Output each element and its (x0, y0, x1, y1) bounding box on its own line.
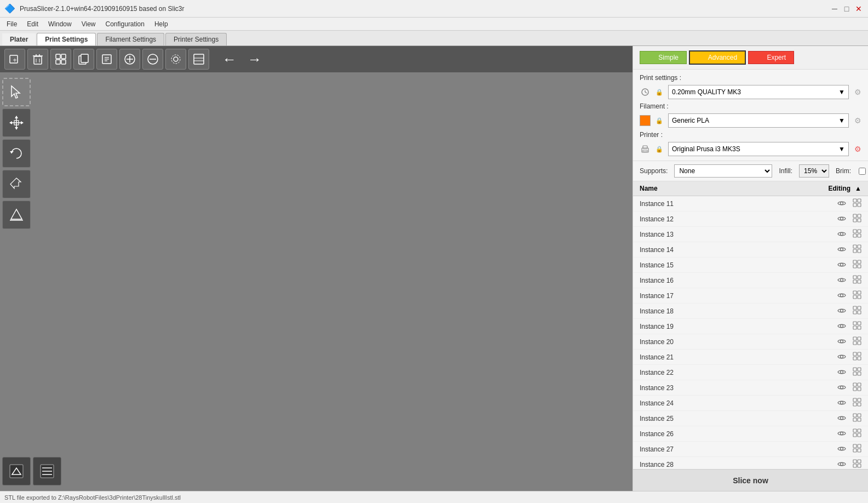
visibility-icon[interactable] (837, 276, 846, 285)
printer-gear[interactable]: ⚙ (854, 145, 861, 153)
editing-icon[interactable] (853, 260, 861, 270)
editing-icon[interactable] (853, 244, 861, 255)
visibility-icon[interactable] (837, 399, 846, 408)
editing-icon[interactable] (853, 336, 861, 347)
filament-gear[interactable]: ⚙ (854, 116, 861, 125)
paste-button[interactable] (96, 49, 117, 70)
list-item[interactable]: Instance 13 (633, 227, 868, 242)
place-on-face-tool[interactable] (2, 201, 31, 229)
editing-icon[interactable] (853, 321, 861, 331)
editing-icon[interactable] (853, 306, 861, 316)
scroll-up-icon[interactable]: ▲ (855, 185, 861, 192)
editing-icon[interactable] (853, 198, 861, 209)
tab-print-settings[interactable]: Print Settings (37, 33, 96, 45)
list-item[interactable]: Instance 12 (633, 212, 868, 227)
editing-icon[interactable] (853, 214, 861, 224)
svg-rect-244 (858, 444, 861, 448)
advanced-mode-button[interactable]: Advanced (689, 50, 746, 65)
editing-icon[interactable] (853, 367, 861, 378)
editing-icon[interactable] (853, 352, 861, 362)
delete-button[interactable] (27, 49, 48, 70)
visibility-icon[interactable] (837, 384, 846, 392)
menu-edit[interactable]: Edit (22, 19, 43, 29)
list-item[interactable]: Instance 20 (633, 334, 868, 350)
copy-button[interactable] (73, 49, 94, 70)
visibility-icon[interactable] (837, 307, 846, 316)
supports-dropdown[interactable]: None Supports on build plate only Everyw… (674, 164, 772, 178)
visibility-icon[interactable] (837, 368, 846, 377)
menu-configuration[interactable]: Configuration (101, 19, 149, 29)
undo-button[interactable]: ← (218, 49, 241, 70)
list-item[interactable]: Instance 18 (633, 304, 868, 319)
add-instance-button[interactable] (119, 49, 140, 70)
menu-help[interactable]: Help (150, 19, 173, 29)
visibility-icon[interactable] (837, 261, 846, 270)
list-item[interactable]: Instance 23 (633, 380, 868, 396)
list-item[interactable]: Instance 22 (633, 365, 868, 380)
list-item[interactable]: Instance 24 (633, 396, 868, 411)
list-item[interactable]: Instance 16 (633, 273, 868, 288)
editing-icon[interactable] (853, 229, 861, 239)
list-item[interactable]: Instance 21 (633, 350, 868, 365)
arrange-button[interactable] (50, 49, 71, 70)
editing-icon[interactable] (853, 382, 861, 393)
remove-instance-button[interactable] (142, 49, 163, 70)
list-item[interactable]: Instance 25 (633, 411, 868, 426)
editing-icon[interactable] (853, 290, 861, 301)
expert-mode-button[interactable]: Expert (748, 51, 794, 64)
list-item[interactable]: Instance 17 (633, 288, 868, 304)
visibility-icon[interactable] (837, 199, 846, 208)
canvas-area[interactable]: 0 2 4 6 8 10 12 14 16 18 ORIGIN (0, 72, 633, 491)
printer-dropdown[interactable]: Original Prusa i3 MK3S ▼ (668, 142, 849, 156)
print-settings-dropdown[interactable]: 0.20mm QUALITY MK3 ▼ (668, 85, 849, 99)
menu-file[interactable]: File (2, 19, 21, 29)
print-settings-gear[interactable]: ⚙ (854, 88, 861, 96)
simple-mode-button[interactable]: Simple (640, 51, 687, 64)
editing-icon[interactable] (853, 444, 861, 454)
list-item[interactable]: Instance 19 (633, 319, 868, 334)
svg-rect-161 (643, 150, 647, 152)
menu-view[interactable]: View (77, 19, 100, 29)
list-item[interactable]: Instance 27 (633, 442, 868, 457)
visibility-icon[interactable] (837, 338, 846, 346)
list-item[interactable]: Instance 26 (633, 426, 868, 442)
object-settings-button[interactable] (165, 49, 186, 70)
visibility-icon[interactable] (837, 445, 846, 454)
visibility-icon[interactable] (837, 322, 846, 331)
tab-printer-settings[interactable]: Printer Settings (165, 33, 227, 45)
slice-now-button[interactable]: Slice now (633, 469, 868, 491)
layers-view-button[interactable] (33, 457, 61, 485)
editing-icon[interactable] (853, 428, 861, 439)
visibility-icon[interactable] (837, 430, 846, 438)
editing-icon[interactable] (853, 413, 861, 424)
object-list-scroll[interactable]: Instance 11 Instance 12 Instance 13 Inst… (633, 196, 868, 469)
editing-icon[interactable] (853, 459, 861, 469)
visibility-icon[interactable] (837, 230, 846, 239)
infill-dropdown[interactable]: 15% 20% 30% (799, 164, 829, 178)
editing-icon[interactable] (853, 398, 861, 408)
tab-plater[interactable]: Plater (2, 33, 36, 45)
visibility-icon[interactable] (837, 245, 846, 254)
close-button[interactable]: ✕ (854, 4, 864, 14)
brim-checkbox[interactable] (859, 168, 866, 175)
list-item[interactable]: Instance 28 (633, 457, 868, 469)
redo-button[interactable]: → (243, 49, 266, 70)
visibility-icon[interactable] (837, 291, 846, 300)
filament-dropdown[interactable]: Generic PLA ▼ (668, 113, 849, 128)
layer-editing-button[interactable] (188, 49, 209, 70)
visibility-icon[interactable] (837, 460, 846, 469)
add-object-button[interactable]: + (4, 49, 25, 70)
scale-tool[interactable] (2, 170, 31, 198)
list-item[interactable]: Instance 14 (633, 242, 868, 258)
list-item[interactable]: Instance 11 (633, 196, 868, 212)
visibility-icon[interactable] (837, 215, 846, 224)
editing-icon[interactable] (853, 275, 861, 285)
list-item[interactable]: Instance 15 (633, 258, 868, 273)
menu-window[interactable]: Window (44, 19, 76, 29)
visibility-icon[interactable] (837, 414, 846, 423)
tab-filament-settings[interactable]: Filament Settings (97, 33, 164, 45)
visibility-icon[interactable] (837, 353, 846, 362)
3d-view-button[interactable] (2, 457, 31, 485)
minimize-button[interactable]: ─ (830, 4, 840, 14)
maximize-button[interactable]: □ (842, 4, 852, 14)
